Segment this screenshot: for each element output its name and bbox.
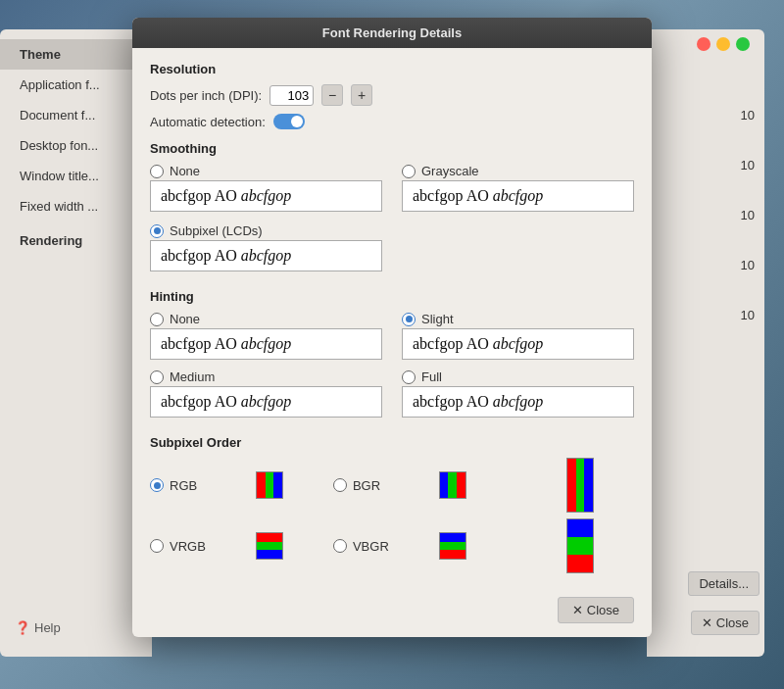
hinting-none-preview: abcfgop AO abcfgop [150, 328, 382, 360]
bg-close-button[interactable]: ✕ Close [691, 611, 760, 635]
rgb-large-swatch [566, 458, 594, 513]
smoothing-none-circle [150, 165, 164, 178]
smoothing-subpixel-circle [150, 224, 164, 238]
rendering-section-label: Rendering [0, 221, 152, 252]
smoothing-subpixel-radio[interactable]: Subpixel (LCDs) [150, 223, 382, 238]
dpi-input[interactable] [270, 85, 314, 106]
smoothing-grayscale-circle [402, 165, 416, 178]
smoothing-top-row: None abcfgop AO abcfgop Grayscale abcfgo… [150, 164, 634, 218]
size-values-panel: 10 10 10 10 10 [647, 29, 764, 657]
size-value-4: 10 [741, 258, 755, 272]
vrgb-swatch [256, 532, 283, 560]
preview-normal-text: abcfgop AO [161, 187, 241, 204]
hinting-medium-radio[interactable]: Medium [150, 369, 382, 384]
dpi-increase-button[interactable]: + [351, 84, 372, 106]
vbgr-swatch [439, 532, 466, 560]
subpixel-vbgr-radio[interactable]: VBGR [333, 539, 429, 554]
subpixel-bgr-circle [333, 478, 347, 492]
vrgb-blue [257, 550, 282, 559]
hinting-slight-option: Slight abcfgop AO abcfgop [402, 312, 634, 366]
help-icon: ❓ [15, 620, 30, 635]
size-value-5: 10 [741, 308, 755, 322]
subpixel-vrgb-circle [150, 539, 164, 553]
subpixel-rgb-circle [150, 478, 164, 492]
large-rgb-green [576, 459, 585, 512]
dpi-decrease-button[interactable]: − [321, 84, 343, 106]
auto-detection-row: Automatic detection: [150, 114, 634, 129]
vbgr-large-swatch [566, 518, 594, 573]
smoothing-subpixel-option: Subpixel (LCDs) abcfgop AO abcfgop [150, 223, 382, 277]
bg-close-label: Close [716, 615, 749, 630]
vrgb-red [257, 533, 282, 542]
size-value-3: 10 [741, 208, 755, 222]
hinting-full-option: Full abcfgop AO abcfgop [402, 369, 634, 423]
modal-body: Resolution Dots per inch (DPI): − + Auto… [132, 48, 652, 587]
hinting-slight-radio[interactable]: Slight [402, 312, 634, 326]
subpixel-bgr-label: BGR [353, 478, 380, 493]
settings-sidebar: Theme Application f... Document f... Des… [0, 29, 152, 657]
dpi-row: Dots per inch (DPI): − + [150, 84, 634, 106]
auto-detection-label: Automatic detection: [150, 115, 266, 129]
help-button[interactable]: ❓ Help [15, 620, 61, 635]
hinting-none-radio[interactable]: None [150, 312, 382, 326]
hinting-medium-label: Medium [170, 369, 215, 384]
help-label: Help [34, 620, 61, 635]
large-vbgr-blue [567, 519, 593, 537]
hinting-medium-preview: abcfgop AO abcfgop [150, 386, 382, 418]
sidebar-item-application[interactable]: Application f... [0, 70, 152, 100]
large-vbgr-red [567, 555, 593, 572]
vbgr-green [440, 542, 466, 551]
hinting-slight-preview: abcfgop AO abcfgop [402, 328, 634, 360]
bgr-blue [440, 472, 449, 498]
subpixel-vrgb-radio[interactable]: VRGB [150, 539, 246, 554]
hinting-none-circle [150, 313, 164, 326]
close-icon: ✕ [572, 603, 583, 617]
hinting-top-row: None abcfgop AO abcfgop Slight abcfgop A… [150, 312, 634, 366]
bgr-red [457, 472, 466, 498]
sidebar-item-theme[interactable]: Theme [0, 39, 152, 70]
hinting-full-radio[interactable]: Full [402, 369, 634, 384]
smoothing-grayscale-label: Grayscale [421, 164, 479, 178]
smoothing-subpixel-label: Subpixel (LCDs) [170, 223, 263, 238]
smoothing-subpixel-preview: abcfgop AO abcfgop [150, 240, 382, 271]
bgr-green [448, 472, 457, 498]
modal-close-button[interactable]: ✕ Close [558, 597, 634, 623]
large-rgb-blue [584, 459, 593, 512]
close-x-icon: ✕ [702, 615, 712, 630]
sidebar-item-desktop[interactable]: Desktop fon... [0, 130, 152, 161]
modal-footer: ✕ Close [132, 587, 652, 637]
vrgb-green [257, 542, 282, 551]
dpi-label: Dots per inch (DPI): [150, 88, 262, 103]
hinting-full-label: Full [421, 369, 442, 384]
sidebar-item-fixed[interactable]: Fixed width ... [0, 191, 152, 221]
vbgr-red [440, 550, 466, 559]
hinting-full-preview: abcfgop AO abcfgop [402, 386, 634, 418]
subpixel-rgb-radio[interactable]: RGB [150, 478, 246, 493]
subpixel-heading: Subpixel Order [150, 435, 634, 450]
subpixel-bgr-radio[interactable]: BGR [333, 478, 429, 493]
close-window-button[interactable] [697, 37, 710, 51]
sidebar-item-window[interactable]: Window title... [0, 161, 152, 191]
smoothing-none-radio[interactable]: None [150, 164, 382, 178]
smoothing-grayscale-radio[interactable]: Grayscale [402, 164, 634, 178]
preview-italic-text: abcfgop [241, 187, 292, 204]
smoothing-grayscale-option: Grayscale abcfgop AO abcfgop [402, 164, 634, 218]
subpixel-vbgr-label: VBGR [353, 539, 389, 554]
details-button[interactable]: Details... [688, 571, 760, 596]
large-vbgr-green [567, 537, 593, 555]
window-controls [697, 37, 750, 51]
rgb-blue [273, 472, 282, 498]
smoothing-grayscale-preview: abcfgop AO abcfgop [402, 180, 634, 212]
hinting-bottom-row: Medium abcfgop AO abcfgop Full abcfgop A… [150, 369, 634, 423]
large-rgb-red [567, 459, 576, 512]
auto-detection-toggle[interactable] [273, 114, 305, 129]
rgb-green [266, 472, 274, 498]
subpixel-options-row: RGB BGR [150, 458, 634, 573]
rgb-swatch [256, 471, 283, 499]
minimize-window-button[interactable] [716, 37, 730, 51]
maximize-window-button[interactable] [736, 37, 750, 51]
rgb-red [257, 472, 266, 498]
smoothing-heading: Smoothing [150, 141, 634, 156]
sidebar-item-document[interactable]: Document f... [0, 100, 152, 130]
bgr-swatch [439, 471, 466, 499]
